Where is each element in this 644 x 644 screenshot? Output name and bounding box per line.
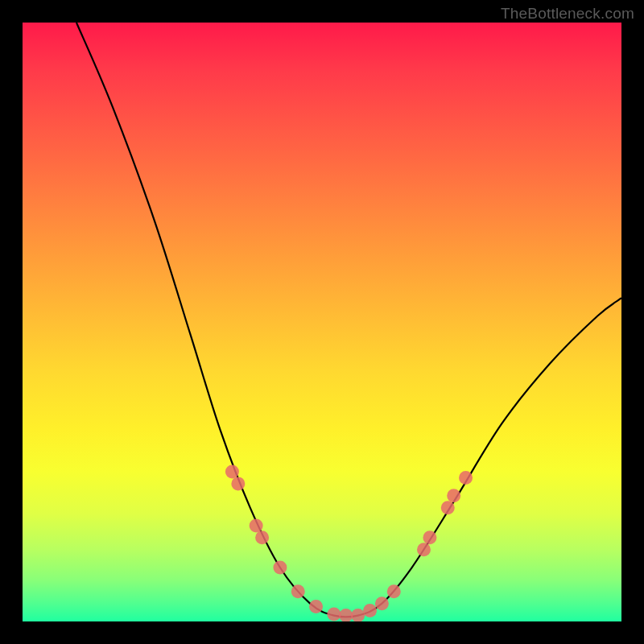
bottleneck-curve [76, 23, 621, 617]
marker-dot [225, 465, 239, 479]
marker-dot [291, 584, 305, 598]
highlight-markers [225, 465, 473, 622]
marker-dot [351, 609, 365, 621]
watermark-text: TheBottleneck.com [501, 5, 634, 23]
marker-dot [250, 518, 263, 532]
marker-dot [459, 471, 473, 485]
marker-dot [387, 584, 401, 598]
marker-dot [273, 561, 287, 575]
marker-dot [423, 530, 436, 544]
marker-dot [375, 597, 389, 610]
curve-line [76, 23, 621, 617]
marker-dot [441, 501, 455, 514]
marker-dot [231, 477, 245, 490]
marker-dot [447, 489, 460, 502]
marker-dot [417, 543, 431, 556]
marker-dot [339, 609, 353, 621]
marker-dot [255, 530, 269, 544]
curve-svg [23, 23, 621, 621]
marker-dot [327, 608, 341, 621]
marker-dot [309, 600, 323, 613]
marker-dot [363, 604, 377, 617]
plot-gradient-area [23, 23, 621, 621]
chart-container: TheBottleneck.com [0, 0, 644, 644]
